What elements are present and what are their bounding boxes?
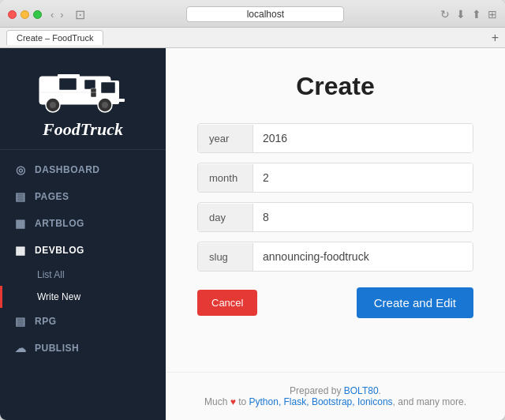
footer-much-text: Much: [204, 396, 230, 407]
fullscreen-button[interactable]: [33, 10, 42, 19]
browser-window: ‹ › ⊡ localhost ↻ ⬇ ⬆ ⊞ Create – FoodTru…: [0, 0, 505, 420]
footer: Prepared by BOLT80. Much ♥ to Python, Fl…: [166, 372, 505, 420]
year-label: year: [198, 125, 253, 152]
footer-line1: Prepared by BOLT80.: [178, 385, 492, 396]
sidebar: FoodTruck ◎ DASHBOARD ▤ PAGES ▦ ARTBLOG …: [0, 48, 166, 420]
footer-to-text: to: [236, 396, 249, 407]
create-and-edit-button[interactable]: Create and Edit: [357, 287, 473, 318]
devblog-icon: ▦: [14, 244, 27, 257]
svg-point-9: [102, 102, 108, 108]
share-icon: ⬆: [472, 8, 481, 21]
titlebar: ‹ › ⊡ localhost ↻ ⬇ ⬆ ⊞: [0, 0, 505, 28]
cancel-button[interactable]: Cancel: [197, 290, 257, 316]
sidebar-item-devblog[interactable]: ▦ DEVBLOG: [0, 237, 166, 264]
view-button[interactable]: ⊡: [73, 7, 88, 22]
svg-rect-5: [58, 74, 80, 78]
list-all-label: List All: [37, 269, 65, 280]
traffic-lights: [8, 10, 42, 19]
write-new-label: Write New: [37, 291, 80, 302]
sidebar-item-label-artblog: ARTBLOG: [35, 218, 84, 229]
sidebar-nav: ◎ DASHBOARD ▤ PAGES ▦ ARTBLOG ▦ DEVBLOG: [0, 150, 166, 368]
tab-title: Create – FoodTruck: [17, 33, 93, 43]
sidebar-item-dashboard[interactable]: ◎ DASHBOARD: [0, 156, 166, 183]
url-bar-container: localhost: [97, 6, 434, 22]
sidebar-item-label-pages: PAGES: [35, 191, 69, 202]
pages-icon: ▤: [14, 190, 27, 203]
app-container: FoodTruck ◎ DASHBOARD ▤ PAGES ▦ ARTBLOG …: [0, 48, 505, 420]
nav-buttons: ‹ ›: [48, 9, 66, 21]
svg-rect-10: [91, 88, 96, 97]
sidebar-item-rpg[interactable]: ▤ RPG: [0, 308, 166, 335]
svg-rect-4: [59, 78, 77, 90]
day-label: day: [198, 204, 253, 231]
day-field-group: day: [197, 202, 473, 232]
svg-rect-3: [84, 80, 95, 89]
sidebar-item-publish[interactable]: ☁ PUBLISH: [0, 335, 166, 362]
sidebar-item-pages[interactable]: ▤ PAGES: [0, 183, 166, 210]
url-bar[interactable]: localhost: [186, 6, 344, 22]
day-input[interactable]: [253, 203, 473, 231]
svg-point-7: [50, 102, 56, 108]
sidebar-brand: FoodTruck: [43, 119, 123, 140]
month-field-group: month: [197, 163, 473, 193]
sidebar-item-label-rpg: RPG: [35, 316, 57, 327]
artblog-icon: ▦: [14, 217, 27, 230]
dashboard-icon: ◎: [14, 163, 27, 176]
month-input[interactable]: [253, 163, 473, 192]
svg-rect-2: [101, 82, 115, 93]
close-button[interactable]: [8, 10, 17, 19]
sidebar-item-write-new[interactable]: Write New: [0, 286, 166, 308]
month-label: month: [198, 164, 253, 192]
footer-prepared-text: Prepared by: [290, 385, 344, 396]
year-field-group: year: [197, 123, 473, 153]
devblog-submenu: List All Write New: [0, 264, 166, 308]
heart-icon: ♥: [230, 396, 236, 407]
refresh-button[interactable]: ↻: [440, 8, 450, 21]
publish-icon: ☁: [14, 342, 27, 354]
food-truck-illustration: [36, 61, 130, 116]
add-tab-icon: ⊞: [488, 8, 497, 21]
slug-input[interactable]: [253, 242, 473, 271]
active-tab[interactable]: Create – FoodTruck: [6, 30, 103, 45]
footer-post-text: , and many more.: [393, 396, 466, 407]
sidebar-item-list-all[interactable]: List All: [0, 264, 166, 286]
form-actions: Cancel Create and Edit: [197, 287, 473, 318]
slug-field-group: slug: [197, 242, 473, 272]
sidebar-logo: FoodTruck: [0, 48, 166, 150]
content-area: Create year month day sl: [166, 48, 505, 372]
minimize-button[interactable]: [21, 10, 29, 19]
footer-bolt80-link[interactable]: BOLT80: [344, 385, 379, 396]
tab-bar: Create – FoodTruck +: [0, 28, 505, 48]
footer-line2: Much ♥ to Python, Flask, Bootstrap, Ioni…: [178, 396, 492, 407]
sidebar-item-label-dashboard: DASHBOARD: [35, 164, 100, 175]
forward-button[interactable]: ›: [58, 9, 65, 21]
footer-links[interactable]: Python, Flask, Bootstrap, Ionicons: [249, 396, 393, 407]
year-input[interactable]: [253, 124, 473, 152]
svg-rect-11: [117, 99, 125, 102]
toolbar-icons: ⬇ ⬆ ⊞: [456, 8, 497, 21]
main-content: Create year month day sl: [166, 48, 505, 420]
sidebar-item-label-publish: PUBLISH: [35, 343, 79, 354]
rpg-icon: ▤: [14, 315, 27, 328]
new-tab-button[interactable]: +: [492, 31, 499, 45]
back-button[interactable]: ‹: [48, 9, 56, 21]
sidebar-item-artblog[interactable]: ▦ ARTBLOG: [0, 210, 166, 237]
sidebar-item-label-devblog: DEVBLOG: [35, 245, 84, 256]
page-title: Create: [197, 72, 473, 101]
slug-label: slug: [198, 243, 253, 271]
download-icon: ⬇: [456, 8, 466, 21]
